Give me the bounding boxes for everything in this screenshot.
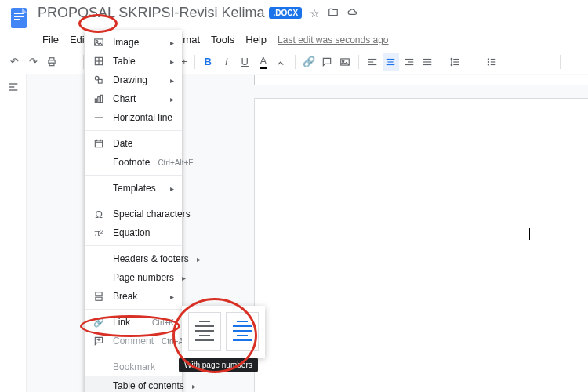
menu-item-chart[interactable]: Chart▸ — [85, 89, 182, 108]
menu-item-break[interactable]: Break▸ — [85, 287, 182, 306]
svg-rect-1 — [14, 13, 24, 14]
submenu-arrow-icon: ▸ — [170, 292, 174, 301]
line-spacing-button[interactable] — [446, 53, 463, 71]
svg-rect-44 — [95, 140, 102, 147]
indent-increase-button[interactable] — [538, 53, 554, 71]
comment-icon — [93, 335, 105, 347]
bold-button[interactable]: B — [200, 53, 216, 71]
docs-logo-icon[interactable] — [6, 5, 31, 30]
undo-button[interactable]: ↶ — [6, 53, 23, 71]
align-center-button[interactable] — [383, 53, 399, 71]
menu-item-templates[interactable]: Templates▸ — [85, 179, 182, 198]
highlight-button[interactable] — [273, 53, 289, 71]
underline-button[interactable]: U — [237, 53, 253, 71]
menu-item-image[interactable]: Image▸ — [85, 33, 182, 52]
insert-menu-dropdown: Image▸Table▸Drawing▸Chart▸Horizontal lin… — [85, 30, 182, 392]
last-edit-link[interactable]: Last edit was seconds ago — [278, 34, 388, 45]
move-icon[interactable] — [328, 7, 339, 20]
menu-item-headers-footers[interactable]: Headers & footers▸ — [85, 249, 182, 268]
menu-item-horizontal-line[interactable]: Horizontal line — [85, 108, 182, 127]
svg-rect-2 — [14, 16, 24, 17]
toc-with-links[interactable] — [226, 312, 259, 351]
submenu-arrow-icon: ▸ — [170, 38, 174, 47]
menu-item-footnote[interactable]: FootnoteCtrl+Alt+F — [85, 153, 182, 172]
insert-image-button[interactable] — [337, 53, 354, 71]
document-page[interactable] — [254, 98, 588, 392]
menu-item-link[interactable]: 🔗LinkCtrl+K — [85, 313, 182, 332]
toc-with-page-numbers[interactable] — [188, 312, 221, 351]
menu-item-special-characters[interactable]: ΩSpecial characters — [85, 205, 182, 223]
align-justify-button[interactable] — [419, 53, 436, 71]
blank-icon — [93, 252, 105, 265]
submenu-arrow-icon: ▸ — [192, 382, 196, 390]
svg-rect-48 — [96, 292, 102, 296]
menu-item-page-numbers[interactable]: Page numbers▸ — [85, 268, 182, 287]
blank-icon — [93, 379, 105, 392]
submenu-arrow-icon: ▸ — [170, 76, 174, 85]
image-icon — [93, 36, 105, 49]
link-icon: 🔗 — [93, 316, 105, 328]
indent-decrease-button[interactable] — [520, 53, 536, 71]
svg-point-26 — [488, 64, 488, 64]
menu-item-date[interactable]: Date — [85, 134, 182, 153]
submenu-arrow-icon: ▸ — [197, 255, 201, 263]
clear-format-button[interactable] — [565, 53, 582, 71]
svg-rect-49 — [96, 297, 102, 300]
svg-rect-5 — [49, 57, 54, 60]
menu-item-comment: CommentCtrl+Alt+M — [85, 332, 182, 350]
svg-rect-41 — [98, 97, 100, 103]
document-title[interactable]: PROPOSAL SKRIPSI-Revisi Kelima — [38, 5, 264, 21]
menu-item-equation[interactable]: π²Equation — [85, 223, 182, 242]
svg-rect-40 — [95, 99, 96, 103]
hr-icon — [93, 111, 105, 124]
svg-point-24 — [488, 58, 488, 59]
submenu-arrow-icon: ▸ — [182, 274, 186, 282]
menu-tools[interactable]: Tools — [206, 31, 239, 48]
star-icon[interactable]: ☆ — [310, 7, 320, 20]
blank-icon — [93, 182, 105, 194]
table-icon — [93, 55, 105, 67]
align-left-button[interactable] — [364, 53, 380, 71]
svg-point-25 — [488, 61, 488, 62]
text-cursor — [529, 228, 530, 240]
menu-help[interactable]: Help — [241, 31, 271, 48]
blank-icon — [93, 361, 105, 373]
submenu-arrow-icon: ▸ — [170, 95, 174, 103]
align-right-button[interactable] — [401, 53, 417, 71]
break-icon — [93, 290, 105, 303]
bulleted-list-button[interactable] — [483, 53, 499, 71]
toc-submenu — [182, 306, 265, 358]
menu-file[interactable]: File — [38, 31, 64, 48]
menu-item-table[interactable]: Table▸ — [85, 52, 182, 71]
text-color-button[interactable]: A — [255, 53, 271, 71]
outline-toggle-icon[interactable] — [7, 81, 20, 93]
svg-rect-42 — [100, 95, 102, 102]
submenu-arrow-icon: ▸ — [170, 184, 174, 193]
cloud-icon[interactable] — [347, 7, 359, 20]
insert-comment-button[interactable] — [318, 53, 335, 71]
checklist-button[interactable] — [464, 53, 481, 71]
pi-icon: π² — [93, 227, 105, 239]
toc-tooltip: With page numbers — [179, 358, 258, 372]
chart-icon — [93, 93, 105, 105]
docx-badge: .DOCX — [269, 7, 302, 19]
omega-icon: Ω — [93, 208, 105, 220]
italic-button[interactable]: I — [218, 53, 234, 71]
menu-item-drawing[interactable]: Drawing▸ — [85, 71, 182, 89]
drawing-icon — [93, 74, 105, 86]
print-button[interactable] — [43, 53, 60, 71]
menu-item-table-of-contents[interactable]: Table of contents▸ — [85, 376, 182, 392]
blank-icon — [93, 156, 105, 169]
blank-icon — [93, 271, 105, 284]
redo-button[interactable]: ↷ — [24, 53, 41, 71]
spellcheck-button[interactable] — [61, 53, 78, 71]
svg-rect-3 — [14, 19, 20, 20]
date-icon — [93, 137, 105, 150]
numbered-list-button[interactable] — [501, 53, 517, 71]
menu-item-bookmark: Bookmark — [85, 358, 182, 376]
submenu-arrow-icon: ▸ — [170, 57, 174, 66]
svg-rect-39 — [98, 79, 102, 83]
insert-link-button[interactable]: 🔗 — [300, 53, 317, 71]
